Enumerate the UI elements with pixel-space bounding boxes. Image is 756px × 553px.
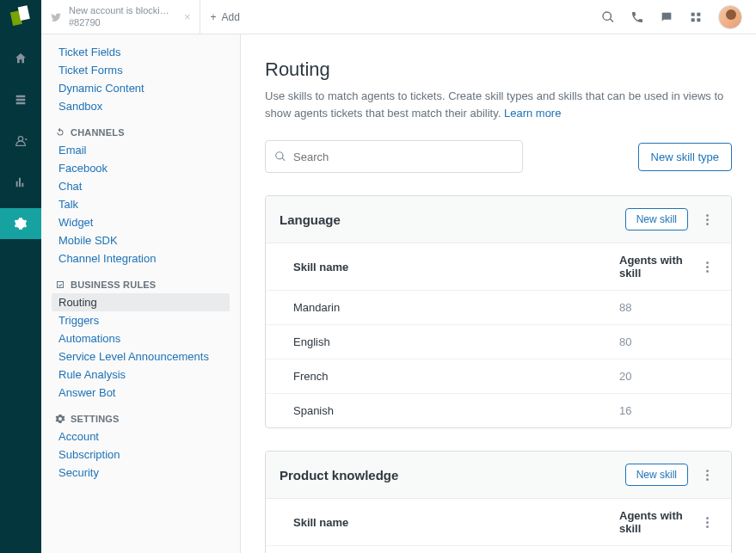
sidebar-item[interactable]: Answer Bot: [52, 384, 230, 402]
apps-icon[interactable]: [689, 10, 703, 24]
section-settings: SETTINGS: [52, 414, 230, 424]
sidebar-item[interactable]: Triggers: [52, 311, 230, 329]
refresh-icon: [55, 127, 65, 138]
skill-count: 80: [619, 335, 697, 348]
section-business-rules: BUSINESS RULES: [52, 280, 230, 290]
sidebar-item[interactable]: Security: [52, 464, 230, 482]
learn-more-link[interactable]: Learn more: [504, 107, 561, 120]
avatar[interactable]: [718, 5, 742, 29]
sidebar-item[interactable]: Dynamic Content: [52, 79, 230, 97]
group-title: Product knowledge: [280, 468, 398, 482]
skill-count: 16: [619, 404, 697, 417]
chat-icon[interactable]: [660, 10, 673, 24]
check-square-icon: [55, 280, 65, 290]
sidebar-item[interactable]: Ticket Fields: [52, 43, 230, 61]
column-skill-name: Skill name: [293, 516, 619, 529]
sidebar-item[interactable]: Ticket Forms: [52, 61, 230, 79]
skill-name: French: [293, 370, 619, 383]
new-skill-type-button[interactable]: New skill type: [638, 143, 732, 171]
sidebar: Ticket FieldsTicket FormsDynamic Content…: [41, 34, 241, 553]
table-row[interactable]: Spanish16: [266, 393, 731, 427]
overflow-menu-icon[interactable]: [697, 214, 717, 225]
plus-icon: +: [211, 11, 217, 23]
add-label: Add: [222, 11, 240, 23]
table-header: Skill nameAgents with skill: [266, 243, 731, 290]
sidebar-item[interactable]: Mobile SDK: [52, 231, 230, 249]
skill-count: 88: [619, 301, 697, 314]
sidebar-item[interactable]: Subscription: [52, 445, 230, 464]
ticket-tab[interactable]: New account is blocking... #82790 ×: [41, 0, 200, 34]
logo: [9, 5, 32, 28]
sidebar-item[interactable]: Chat: [52, 177, 230, 195]
column-skill-name: Skill name: [293, 261, 619, 273]
description-text: Use skills to match agents to tickets. C…: [265, 89, 723, 120]
sidebar-item[interactable]: Facebook: [52, 159, 230, 177]
table-row[interactable]: Bass guitar22: [266, 545, 731, 553]
sidebar-item[interactable]: Email: [52, 141, 230, 159]
section-label: CHANNELS: [71, 127, 125, 138]
skill-name: Mandarin: [293, 301, 619, 314]
search-input[interactable]: [293, 151, 513, 163]
search-icon[interactable]: [601, 10, 615, 24]
search-box[interactable]: [265, 140, 523, 173]
rail-admin-icon[interactable]: [0, 208, 41, 239]
tab-subtitle: #82790: [69, 17, 172, 28]
skill-count: 20: [619, 370, 697, 383]
overflow-menu-icon[interactable]: [697, 517, 717, 528]
skill-name: Spanish: [293, 404, 619, 417]
new-skill-button[interactable]: New skill: [625, 208, 688, 230]
rail-reporting-icon[interactable]: [0, 167, 41, 198]
rail-views-icon[interactable]: [0, 84, 41, 115]
page-title: Routing: [265, 58, 732, 81]
sidebar-item[interactable]: Channel Integration: [52, 249, 230, 267]
overflow-menu-icon[interactable]: [697, 261, 717, 273]
left-rail: [0, 0, 41, 553]
twitter-icon: [50, 11, 62, 23]
table-row[interactable]: Mandarin88: [266, 290, 731, 324]
section-label: SETTINGS: [71, 414, 120, 424]
rail-home-icon[interactable]: [0, 43, 41, 74]
skill-group: LanguageNew skillSkill nameAgents with s…: [265, 195, 732, 428]
sidebar-item[interactable]: Sandbox: [52, 97, 230, 115]
sidebar-item[interactable]: Routing: [52, 293, 230, 311]
new-skill-button[interactable]: New skill: [625, 464, 688, 486]
overflow-menu-icon[interactable]: [697, 470, 717, 481]
phone-icon[interactable]: [630, 10, 644, 24]
table-row[interactable]: English80: [266, 324, 731, 359]
main-content: Routing Use skills to match agents to ti…: [241, 34, 756, 553]
add-tab-button[interactable]: + Add: [200, 11, 250, 23]
page-description: Use skills to match agents to tickets. C…: [265, 88, 732, 121]
tab-title: New account is blocking...: [69, 5, 172, 16]
top-bar: New account is blocking... #82790 × + Ad…: [41, 0, 756, 34]
group-title: Language: [280, 212, 341, 227]
gear-icon: [55, 414, 65, 424]
table-row[interactable]: French20: [266, 359, 731, 393]
section-label: BUSINESS RULES: [71, 280, 156, 290]
sidebar-item[interactable]: Service Level Announcements: [52, 347, 230, 366]
section-channels: CHANNELS: [52, 127, 230, 138]
skill-name: English: [293, 335, 619, 348]
sidebar-item[interactable]: Widget: [52, 213, 230, 231]
rail-customers-icon[interactable]: [0, 126, 41, 157]
sidebar-item[interactable]: Talk: [52, 195, 230, 213]
column-agents-count: Agents with skill: [619, 509, 697, 535]
close-icon[interactable]: ×: [184, 10, 191, 23]
sidebar-item[interactable]: Automations: [52, 329, 230, 347]
group-header: LanguageNew skill: [266, 196, 731, 243]
skill-group: Product knowledgeNew skillSkill nameAgen…: [265, 451, 732, 553]
group-header: Product knowledgeNew skill: [266, 452, 731, 499]
sidebar-item[interactable]: Account: [52, 427, 230, 445]
column-agents-count: Agents with skill: [619, 254, 697, 280]
sidebar-item[interactable]: Rule Analysis: [52, 366, 230, 384]
search-icon: [274, 151, 286, 163]
table-header: Skill nameAgents with skill: [266, 499, 731, 545]
